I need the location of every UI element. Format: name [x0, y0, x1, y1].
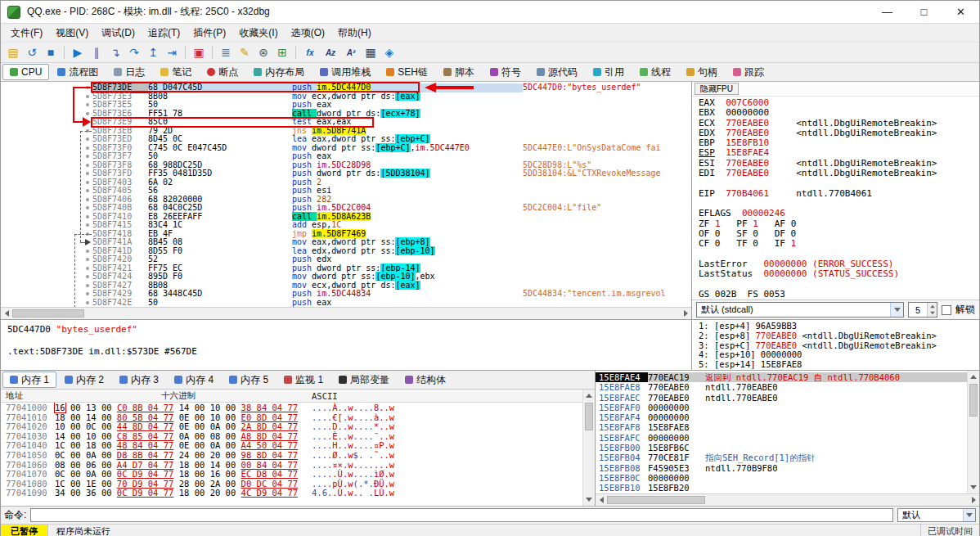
stack-rows[interactable]: 15E8FAE4 770EAC19 返回到 ntdll.770EAC19 自 n… — [596, 371, 967, 493]
scroll-right-icon[interactable] — [680, 308, 691, 319]
breakpoint-gutter[interactable] — [1, 299, 92, 308]
disasm-row[interactable]: 5D8F7415 83C4 1C add esp,1C — [1, 221, 691, 230]
pause-icon[interactable]: ∥ — [88, 43, 106, 61]
stack-row[interactable]: 15E8FB08 F45905E3 ntdll.770B9F80 — [596, 463, 967, 473]
chevron-down-icon[interactable] — [963, 509, 975, 521]
tab-struct[interactable]: 结构体 — [398, 372, 453, 388]
command-mode-select[interactable]: 默认 — [897, 508, 976, 522]
tab-notes[interactable]: 笔记 — [153, 64, 199, 80]
disasm-row[interactable]: 5D8F73E9 85C0 test eax,eax — [1, 118, 691, 127]
tab-seh[interactable]: SEH链 — [379, 64, 435, 80]
breakpoint-gutter[interactable] — [1, 101, 92, 110]
stack-row[interactable]: 15E8FB00 15E8FB6C — [596, 443, 967, 453]
register-line[interactable]: GS 002B FS 0053 — [699, 290, 979, 300]
breakpoint-gutter[interactable] — [1, 92, 92, 101]
stack-row[interactable]: 15E8FAEC 770EABE0 ntdll.770EABE0 — [596, 393, 967, 403]
stack-row[interactable]: 15E8FAF8 15E8FAE8 — [596, 422, 967, 432]
step-over-icon[interactable]: ↷ — [125, 43, 143, 61]
tab-graph[interactable]: 流程图 — [50, 64, 106, 80]
scroll-up-icon[interactable] — [968, 371, 979, 382]
tab-source[interactable]: 源代码 — [529, 64, 585, 80]
dump-row[interactable]: 77041090 34 00 36 00 0C D9 04 77 18 00 2… — [1, 489, 582, 498]
breakpoint-gutter[interactable] — [1, 161, 92, 170]
run-icon[interactable]: ▶ — [69, 43, 87, 61]
scroll-left-icon[interactable] — [596, 494, 607, 506]
step-into-icon[interactable]: ↴ — [106, 43, 124, 61]
disasm-row[interactable]: 5D8F742E 50 push eax — [1, 299, 691, 308]
breakpoint-gutter[interactable] — [1, 187, 92, 196]
restart-icon[interactable]: ↺ — [23, 43, 41, 61]
breakpoint-gutter[interactable] — [1, 230, 92, 239]
breakpoint-gutter[interactable] — [1, 178, 92, 187]
register-line[interactable]: EDI 770EABE0 <ntdll.DbgUiRemoteBreakin> — [699, 169, 979, 178]
tab-memory-2[interactable]: 内存 2 — [57, 372, 111, 388]
scroll-left-icon[interactable] — [1, 308, 12, 319]
breakpoint-gutter[interactable] — [1, 83, 92, 92]
scroll-thumb[interactable] — [12, 309, 84, 318]
minimize-button[interactable]: — — [869, 1, 906, 23]
tab-cpu[interactable]: CPU — [2, 64, 49, 80]
chevron-down-icon[interactable] — [890, 303, 903, 317]
breakpoint-gutter[interactable] — [1, 196, 92, 205]
tab-references[interactable]: 引用 — [586, 64, 632, 80]
breakpoint-gutter[interactable] — [1, 213, 92, 222]
breakpoint-gutter[interactable] — [1, 238, 92, 247]
disassembly-view[interactable]: 5D8F73DE 68 D047C45D push im.5DC447D0 5D… — [1, 82, 691, 307]
disasm-horizontal-scrollbar[interactable] — [1, 307, 691, 319]
tab-memory-5[interactable]: 内存 5 — [222, 372, 276, 388]
settings-icon[interactable]: ⊛ — [254, 43, 272, 61]
display-window-icon[interactable]: ◈ — [380, 43, 398, 61]
tab-locals[interactable]: 局部变量 — [331, 372, 397, 388]
toolbar-button[interactable] — [212, 46, 213, 59]
menu-debug[interactable]: 调试(D) — [95, 25, 142, 42]
log-icon[interactable]: ≣ — [217, 43, 235, 61]
tab-call-stack[interactable]: 调用堆栈 — [312, 64, 378, 80]
stack-row[interactable]: 15E8FB10 15E8FB20 — [596, 483, 967, 493]
breakpoint-gutter[interactable] — [1, 118, 92, 127]
stack-row[interactable]: 15E8FAFC 00000000 — [596, 433, 967, 443]
highlight-icon[interactable]: A² — [341, 43, 361, 61]
tab-memory-4[interactable]: 内存 4 — [167, 372, 221, 388]
unlock-checkbox[interactable] — [942, 305, 951, 315]
stack-row[interactable]: 15E8FB04 770CE81F 指向SEH_Record[1]的指针 — [596, 453, 967, 462]
toolbar-button[interactable] — [64, 46, 65, 59]
argument-count-stepper[interactable]: 5 — [908, 302, 937, 318]
breakpoint-gutter[interactable] — [1, 110, 92, 119]
dump-vertical-scrollbar[interactable] — [582, 390, 595, 506]
shortcut-keyboard-icon[interactable]: ▦ — [362, 43, 380, 61]
tab-symbols[interactable]: 符号 — [483, 64, 528, 80]
tab-breakpoints[interactable]: 断点 — [200, 64, 245, 80]
disasm-row[interactable]: 5D8F7405 56 push esi — [1, 187, 691, 196]
font-icon[interactable]: Az — [321, 43, 340, 61]
hide-fpu-button[interactable]: 隐藏FPU — [695, 83, 739, 95]
tab-memory-3[interactable]: 内存 3 — [112, 372, 166, 388]
register-line[interactable]: EIP 770B4061 ntdll.770B4061 — [699, 189, 979, 199]
close-button[interactable]: ✕ — [942, 1, 979, 23]
breakpoint-gutter[interactable] — [1, 152, 92, 161]
run-to-cursor-icon[interactable]: ⇥ — [163, 43, 181, 61]
open-file-icon[interactable]: ▤ — [4, 43, 22, 61]
stack-row[interactable]: 15E8FAF0 00000000 — [596, 403, 967, 412]
breakpoint-gutter[interactable] — [1, 255, 92, 264]
disasm-row[interactable]: 5D8F7429 68 3448C45D push im.5DC44834 5D… — [1, 290, 691, 299]
tab-log[interactable]: 日志 — [106, 64, 152, 80]
disasm-row[interactable]: 5D8F740B 68 04C0C25D push im.5DC2C004 5D… — [1, 204, 691, 213]
tab-memory-map[interactable]: 内存布局 — [246, 64, 312, 80]
notes-icon[interactable]: ✎ — [236, 43, 254, 61]
menu-view[interactable]: 视图(V) — [49, 25, 95, 42]
step-out-icon[interactable]: ↥ — [144, 43, 162, 61]
menu-options[interactable]: 选项(O) — [285, 25, 331, 42]
toolbar-button[interactable] — [295, 46, 296, 59]
tab-trace[interactable]: 跟踪 — [726, 64, 771, 80]
stack-row[interactable]: 15E8FAF4 00000000 — [596, 412, 967, 422]
scroll-up-icon[interactable] — [583, 390, 595, 401]
stack-horizontal-scrollbar[interactable] — [596, 493, 979, 506]
command-input[interactable] — [30, 508, 893, 522]
scroll-thumb[interactable] — [607, 496, 705, 504]
tab-threads[interactable]: 线程 — [632, 64, 678, 80]
scroll-right-icon[interactable] — [968, 494, 979, 506]
maximize-button[interactable]: □ — [906, 1, 942, 23]
register-line[interactable]: CF 0 TF 0 IF 1 — [699, 239, 979, 249]
debug-monitor-icon[interactable]: ▣ — [190, 43, 208, 61]
disasm-row[interactable]: 5D8F73FD FF35 0481D35D push dword ptr ds… — [1, 169, 691, 178]
